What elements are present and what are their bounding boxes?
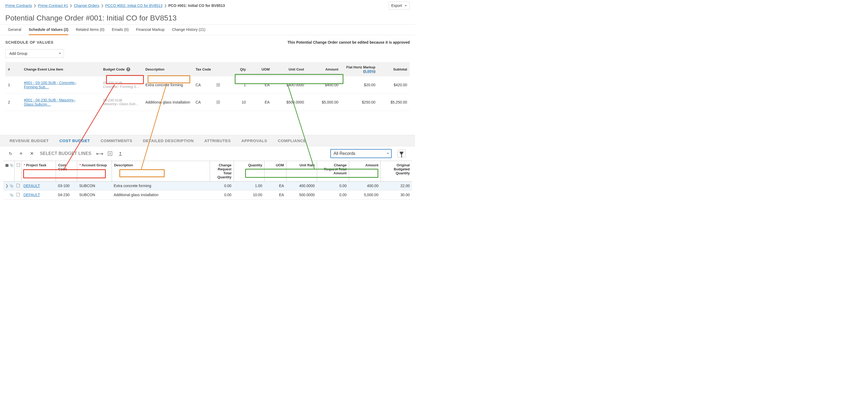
paperclip-icon: 📎 (9, 163, 13, 167)
grid-row[interactable]: ❯ 📎 DEFAULT 03-100 SUBCON Extra concrete… (3, 181, 412, 191)
fit-columns-icon[interactable]: ⇤⇥ (97, 151, 102, 156)
subtotal-cell: $420.00 (378, 76, 410, 93)
tab-compliance[interactable]: COMPLIANCE (278, 138, 306, 143)
tab-revenue-budget[interactable]: REVENUE BUDGET (9, 138, 49, 143)
crta-cell: 0.00 (317, 181, 349, 190)
col-original-budgeted-qty[interactable]: Original Budgeted Quantity (380, 161, 412, 181)
tab-schedule-of-values[interactable]: Schedule of Values (2) (29, 25, 68, 35)
refresh-icon[interactable]: ↻ (8, 151, 13, 156)
uom-cell: EA (249, 76, 272, 93)
amount-cell: 400.00 (349, 181, 381, 190)
tab-financial-markup[interactable]: Financial Markup (136, 25, 165, 35)
record-filter-value: All Records (334, 151, 355, 156)
uom-cell: EA (249, 94, 272, 111)
crtq-cell: 0.00 (210, 191, 234, 199)
col-tax-code: Tax Code (193, 62, 214, 76)
lower-toolbar: ↻ + ✕ SELECT BUDGET LINES ⇤⇥ X ↥ All Rec… (0, 146, 415, 161)
sov-table: # Change Event Line Item Budget Code ? D… (5, 62, 410, 111)
col-description: Description (143, 62, 193, 76)
col-change-event: Change Event Line Item (21, 62, 100, 76)
col-subtotal: Subtotal (378, 62, 410, 76)
lower-tabs: REVENUE BUDGET COST BUDGET COMMITMENTS D… (0, 135, 415, 146)
filter-icon[interactable] (398, 149, 405, 158)
calculator-icon[interactable] (216, 83, 220, 87)
caret-down-icon (405, 5, 407, 6)
crtq-cell: 0.00 (210, 181, 234, 190)
record-filter-select[interactable]: All Records (330, 149, 392, 158)
caret-down-icon (387, 153, 389, 154)
delete-icon[interactable]: ✕ (29, 151, 34, 156)
note-icon[interactable] (17, 183, 20, 188)
select-budget-lines-button[interactable]: SELECT BUDGET LINES (40, 151, 91, 156)
obq-cell: 30.00 (380, 191, 412, 199)
qty-cell: 1 (222, 76, 249, 93)
chevron-right-icon: ❯ (69, 4, 72, 7)
crumb-3[interactable]: PCCO #002: Initial CO for BV8513 (105, 3, 162, 8)
change-event-link[interactable]: #001 - 03-100.SUB - Concrete– Forming.Su… (24, 81, 98, 89)
tab-cost-budget[interactable]: COST BUDGET (59, 138, 90, 143)
col-description[interactable]: Description (112, 161, 210, 181)
tab-related-items[interactable]: Related Items (0) (76, 25, 104, 35)
col-unit-rate[interactable]: Unit Rate (286, 161, 317, 181)
change-event-link[interactable]: #001 - 04-230.SUB - Masonry– Glass.Subco… (24, 98, 98, 106)
note-icon[interactable] (17, 193, 20, 196)
paperclip-icon[interactable]: 📎 (9, 184, 13, 188)
fhm-percent-link[interactable]: 5.00% (365, 69, 374, 73)
crumb-1[interactable]: Prime Contract #1 (38, 3, 68, 8)
tab-commitments[interactable]: COMMITMENTS (101, 138, 132, 143)
amount-cell: 5,000.00 (349, 191, 381, 199)
col-quantity[interactable]: Quantity (234, 161, 265, 181)
note-icon (17, 163, 20, 167)
col-amount[interactable]: Amount (349, 161, 381, 181)
col-flat-horiz-markup: Flat Horiz Markup (5.00%) (341, 62, 378, 76)
section-title: SCHEDULE OF VALUES (5, 40, 53, 44)
crumb-current: PCO #001: Initial CO for BV8513 (168, 3, 225, 8)
chevron-right-icon: ❯ (34, 4, 36, 7)
account-group-cell: SUBCON (77, 181, 111, 190)
fhm-cell: $250.00 (341, 94, 378, 111)
tab-change-history[interactable]: Change History (21) (172, 25, 205, 35)
unit-rate-cell: 400.0000 (286, 181, 317, 190)
export-button[interactable]: Export (389, 2, 410, 9)
help-icon[interactable]: ? (126, 67, 130, 71)
tab-attributes[interactable]: ATTRIBUTES (204, 138, 231, 143)
sov-row: 1 #001 - 03-100.SUB - Concrete– Forming.… (5, 76, 410, 94)
col-budget-code-label: Budget Code (103, 67, 125, 71)
tab-detailed-description[interactable]: DETAILED DESCRIPTION (143, 138, 194, 143)
col-change-request-total-qty[interactable]: Change Request Total Quantity (210, 161, 234, 181)
uom-cell: EA (264, 191, 286, 199)
col-change-request-total-amount[interactable]: Change Request Total Amount (317, 161, 349, 181)
project-task-link[interactable]: DEFAULT (24, 183, 40, 188)
project-task-link[interactable]: DEFAULT (24, 193, 40, 197)
tab-general[interactable]: General (8, 25, 21, 35)
locked-message: This Potential Change Order cannot be ed… (287, 40, 410, 44)
export-excel-icon[interactable]: X (108, 152, 112, 156)
amount-cell: $400.00 (307, 76, 341, 93)
qty-cell: 1.00 (234, 181, 265, 190)
expand-row-icon[interactable]: ❯ (3, 181, 7, 190)
obq-cell: 22.00 (380, 181, 412, 190)
budget-code-line1: 03-100.SUB (103, 81, 140, 85)
description-cell: Additional glass installation (112, 191, 210, 199)
col-calc-icon (214, 62, 222, 76)
col-unit-cost: Unit Cost (272, 62, 307, 76)
row-number: 1 (5, 76, 21, 93)
cost-budget-grid: ▤ 📎 Project Task Cost Code Account Group… (3, 161, 412, 200)
crumb-0[interactable]: Prime Contracts (5, 3, 32, 8)
col-account-group[interactable]: Account Group (77, 161, 111, 181)
paperclip-icon[interactable]: 📎 (9, 193, 13, 197)
grid-row[interactable]: 📎 DEFAULT 04-230 SUBCON Additional glass… (3, 191, 412, 200)
col-uom[interactable]: UOM (264, 161, 286, 181)
unit-cost-cell: $400.0000 (272, 76, 307, 93)
add-group-dropdown[interactable]: Add Group (5, 49, 64, 58)
tax-code-cell: CA (193, 76, 214, 93)
col-project-task[interactable]: Project Task (21, 161, 56, 181)
col-cost-code[interactable]: Cost Code (56, 161, 77, 181)
tab-emails[interactable]: Emails (0) (112, 25, 129, 35)
account-group-cell: SUBCON (77, 191, 111, 199)
crumb-2[interactable]: Change Orders (74, 3, 99, 8)
upload-icon[interactable]: ↥ (118, 151, 123, 156)
tab-approvals[interactable]: APPROVALS (241, 138, 267, 143)
add-icon[interactable]: + (19, 151, 24, 156)
calculator-icon[interactable] (216, 100, 220, 104)
